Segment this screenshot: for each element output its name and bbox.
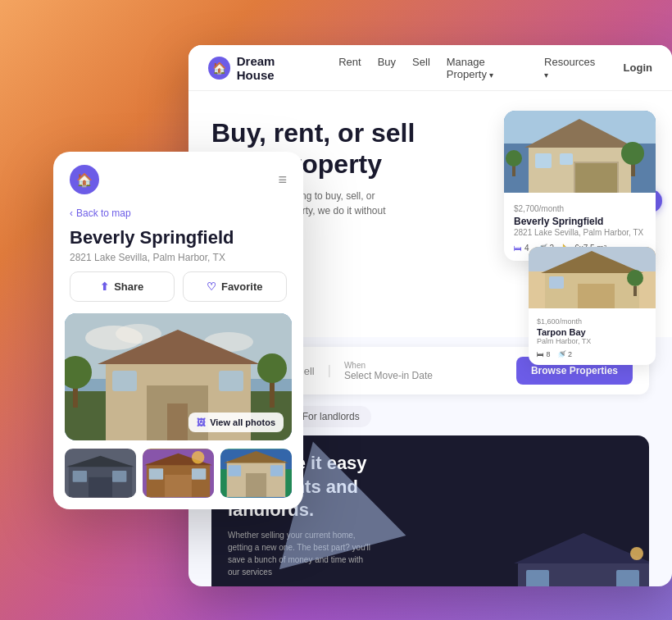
svg-rect-58	[192, 469, 206, 481]
search-date-input[interactable]: Select Move-in Date	[344, 370, 433, 381]
property-card-2-image	[529, 247, 656, 308]
detail-property-address: 2821 Lake Sevilla, Palm Harbor, TX	[53, 250, 303, 271]
thumbnail-2[interactable]	[143, 449, 214, 498]
property-card-image	[504, 111, 656, 193]
property-price: $2,700/month	[514, 201, 646, 214]
nav-logo-icon: 🏠	[208, 57, 230, 80]
card-header: 🏠 ≡	[53, 152, 303, 201]
heart-icon: ♡	[207, 280, 216, 293]
card-logo-icon: 🏠	[70, 165, 99, 194]
search-when-field[interactable]: When Select Move-in Date	[344, 361, 433, 381]
svg-rect-19	[549, 276, 564, 289]
property-detail-card: 🏠 ≡ ‹ Back to map Beverly Springfield 28…	[53, 152, 303, 509]
nav-logo[interactable]: 🏠 Dream House	[208, 54, 312, 82]
property-name: Beverly Springfield	[514, 216, 646, 227]
property-card-secondary[interactable]: $1,600/month Tarpon Bay Palm Harbor, TX …	[529, 247, 656, 365]
share-button[interactable]: ⬆ Share	[70, 271, 175, 302]
svg-rect-52	[112, 471, 126, 482]
svg-rect-57	[149, 469, 163, 481]
back-arrow-icon: ‹	[70, 207, 73, 219]
property-2-address: Palm Harbor, TX	[537, 337, 647, 345]
share-icon: ⬆	[100, 280, 109, 293]
svg-point-59	[192, 451, 204, 463]
svg-rect-21	[633, 286, 637, 296]
card-menu-icon[interactable]: ≡	[278, 171, 287, 189]
property-beds: 🛏 4	[514, 244, 529, 253]
property-2-baths: 🚿 2	[557, 350, 573, 358]
svg-rect-18	[578, 284, 615, 308]
svg-rect-50	[89, 477, 112, 497]
nav-sell[interactable]: Sell	[412, 56, 430, 80]
svg-rect-56	[165, 475, 192, 497]
search-divider: |	[328, 363, 331, 378]
property-main-photo: 🖼 View all photos	[65, 313, 292, 440]
thumbnail-1[interactable]	[65, 449, 136, 498]
svg-rect-64	[246, 473, 266, 497]
bed-icon: 🛏	[514, 244, 522, 253]
property-2-details: 🛏 8 🚿 2	[537, 350, 647, 358]
svg-point-20	[627, 270, 643, 286]
svg-point-10	[621, 142, 644, 165]
navbar: 🏠 Dream House Rent Buy Sell Manage Prope…	[188, 45, 672, 91]
search-when-label: When	[344, 361, 433, 370]
nav-buy[interactable]: Buy	[378, 56, 396, 80]
svg-rect-65	[229, 466, 241, 477]
photo-icon: 🖼	[197, 417, 206, 427]
property-2-price: $1,600/month	[537, 315, 647, 326]
property-thumbnails	[53, 440, 303, 509]
detail-property-name: Beverly Springfield	[53, 222, 303, 250]
thumbnail-3[interactable]	[220, 449, 292, 498]
bottom-section-subtitle: Whether selling your current home, getti…	[228, 529, 375, 578]
svg-point-28	[630, 547, 643, 560]
svg-rect-66	[270, 466, 283, 477]
view-all-photos-button[interactable]: 🖼 View all photos	[188, 413, 284, 432]
nav-rent[interactable]: Rent	[338, 56, 361, 80]
nav-brand-name: Dream House	[237, 54, 312, 82]
nav-login-button[interactable]: Login	[624, 62, 652, 74]
nav-manage-property[interactable]: Manage Property	[447, 56, 528, 80]
svg-rect-26	[616, 570, 639, 586]
svg-rect-6	[575, 163, 617, 193]
svg-point-12	[506, 150, 522, 166]
nav-resources[interactable]: Resources	[544, 56, 597, 80]
svg-rect-8	[560, 153, 573, 165]
property-2-name: Tarpon Bay	[537, 327, 647, 337]
svg-marker-23	[514, 533, 649, 563]
svg-rect-7	[535, 153, 552, 168]
property-card-featured[interactable]: $2,700/month Beverly Springfield 2821 La…	[504, 111, 656, 261]
card-action-buttons: ⬆ Share ♡ Favorite	[53, 271, 303, 313]
bottom-house-illustration	[510, 529, 649, 586]
svg-rect-25	[526, 570, 549, 586]
property-2-beds: 🛏 8	[537, 350, 551, 358]
nav-links: Rent Buy Sell Manage Property Resources	[338, 56, 597, 80]
favorite-button[interactable]: ♡ Favorite	[183, 271, 288, 302]
svg-rect-51	[73, 471, 87, 482]
property-card-2-body: $1,600/month Tarpon Bay Palm Harbor, TX …	[529, 308, 656, 365]
property-address: 2821 Lake Sevilla, Palm Harbor, TX	[514, 228, 646, 237]
back-to-map-link[interactable]: ‹ Back to map	[53, 201, 303, 222]
